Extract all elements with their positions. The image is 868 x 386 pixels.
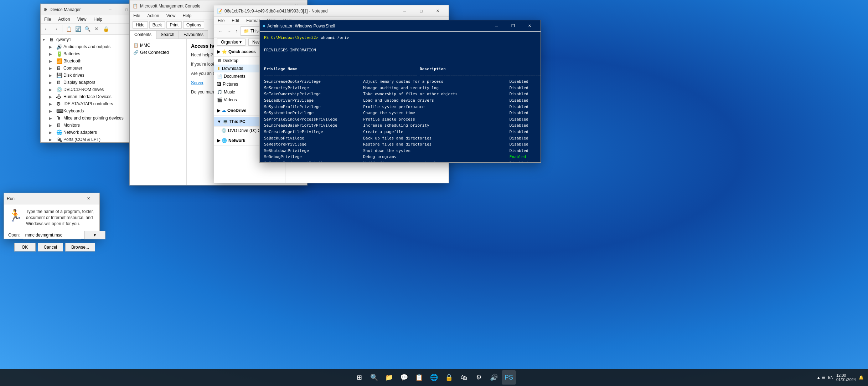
expand-bluetooth: ▶: [49, 59, 55, 63]
mmc-tab-search[interactable]: Search: [156, 30, 179, 39]
desktop-icon: 🖥: [217, 58, 221, 63]
taskbar-edge[interactable]: 🌐: [427, 370, 441, 385]
dvd-icon: 💿: [56, 87, 62, 92]
taskbar-teams[interactable]: 💬: [397, 370, 411, 385]
menu-view[interactable]: View: [74, 15, 90, 23]
notepad-titlebar[interactable]: 📝 06e1cb7b-19c9-4c49-9db8-a041fdf993c3[1…: [214, 5, 449, 17]
taskbar-audio[interactable]: 🔊: [487, 370, 501, 385]
taskbar-notification[interactable]: 🔔: [859, 375, 864, 380]
notepad-file[interactable]: File: [214, 17, 228, 25]
ps-sep-line: ----------------------: [264, 54, 536, 60]
run-controls: ✕: [80, 193, 97, 204]
taskbar-security[interactable]: 🔒: [442, 370, 456, 385]
ps-priv-row: SeRestorePrivilege Restore files and dir…: [264, 141, 536, 148]
mmc-action[interactable]: Action: [144, 12, 162, 20]
server-link[interactable]: Server: [191, 80, 203, 85]
expand-network: ▶: [49, 131, 55, 134]
documents-label: Documents: [224, 74, 246, 79]
back-button[interactable]: ←: [42, 25, 51, 33]
run-cancel-button[interactable]: Cancel: [38, 243, 63, 252]
notepad-maximize[interactable]: □: [413, 5, 429, 17]
menu-file[interactable]: File: [41, 15, 55, 23]
nav-up[interactable]: ↑: [234, 28, 239, 34]
mmc-options-btn[interactable]: Options: [183, 21, 204, 29]
taskbar-mail[interactable]: 📋: [412, 370, 426, 385]
properties-button[interactable]: 📋: [64, 25, 73, 33]
pictures-icon: 🖼: [217, 82, 221, 87]
mmc-hide-btn[interactable]: Hide: [133, 21, 148, 29]
run-titlebar[interactable]: Run ✕: [4, 193, 99, 204]
taskbar-store[interactable]: 🛍: [457, 370, 471, 385]
notepad-edit[interactable]: Edit: [228, 17, 243, 25]
ps-priv-row: SeLoadDriverPrivilege Load and unload de…: [264, 97, 536, 104]
taskbar-start[interactable]: ⊞: [352, 370, 366, 385]
onedrive-expand: ▶: [217, 108, 220, 113]
ps-icon: ■: [263, 24, 265, 29]
mmc-back-btn[interactable]: Back: [149, 21, 165, 29]
taskbar-files[interactable]: 📁: [382, 370, 396, 385]
run-description: Type the name of a program, folder, docu…: [26, 209, 95, 227]
taskbar-powershell[interactable]: PS: [502, 370, 516, 385]
run-input[interactable]: [23, 231, 81, 239]
taskbar-settings[interactable]: ⚙: [472, 370, 486, 385]
minimize-button[interactable]: ─: [102, 4, 118, 15]
notepad-minimize[interactable]: ─: [397, 5, 413, 17]
nav-forward[interactable]: →: [226, 28, 233, 34]
onedrive-icon: ☁: [222, 108, 226, 113]
root-label: qwerty1: [56, 37, 71, 42]
network-icon: 🌐: [56, 129, 62, 135]
mmc-print-btn[interactable]: Print: [166, 21, 182, 29]
this-pc-expand: ▼: [217, 119, 221, 124]
ps-col-sep: ========================================…: [264, 72, 536, 79]
ps-titlebar[interactable]: ■ Administrator: Windows PowerShell ─ ❐ …: [260, 20, 541, 32]
run-ok-button[interactable]: OK: [14, 243, 36, 252]
col-name: Privilege Name Description State: [264, 67, 541, 71]
mmc-item-connected[interactable]: 🔗 Get Connected: [131, 49, 185, 56]
ps-minimize[interactable]: ─: [489, 20, 505, 32]
ps-priv-header: PRIVILEGES INFORMATION: [264, 48, 316, 52]
computer-tree-icon: 🖥: [56, 65, 62, 71]
mmc-help[interactable]: Help: [179, 12, 195, 20]
mice-label: Mice and other pointing devices: [63, 116, 124, 121]
nav-back[interactable]: ←: [217, 28, 224, 34]
mmc-tab-favourites[interactable]: Favourites: [179, 30, 208, 39]
ps-close[interactable]: ✕: [521, 20, 538, 32]
quick-access-expand: ▶: [217, 49, 220, 54]
remove-button[interactable]: ✕: [92, 25, 101, 33]
run-dialog: Run ✕ 🏃 Type the name of a program, fold…: [4, 193, 100, 239]
diskdrives-icon: 💾: [56, 72, 62, 78]
videos-label: Videos: [224, 97, 237, 102]
update-button[interactable]: 🔄: [74, 25, 82, 33]
taskbar-search[interactable]: 🔍: [367, 370, 381, 385]
display-icon: 🖥: [56, 80, 62, 85]
run-input-row: Open: ▾: [8, 231, 95, 239]
mmc-left-panel: 📋 MMC 🔗 Get Connected: [130, 39, 187, 185]
scan-button[interactable]: 🔍: [83, 25, 92, 33]
keyboards-icon: ⌨: [56, 108, 62, 114]
mmc-view[interactable]: View: [163, 12, 179, 20]
ps-restore[interactable]: ❐: [505, 20, 521, 32]
mmc-item-mmc[interactable]: 📋 MMC: [131, 42, 185, 49]
mmc-file[interactable]: File: [130, 12, 144, 20]
ps-priv-row: SeSecurityPrivilege Manage auditing and …: [264, 85, 536, 91]
run-close[interactable]: ✕: [80, 193, 97, 204]
expand-mice: ▶: [49, 116, 55, 120]
ps-prompt: PS C:\Windows\System32>: [264, 35, 318, 40]
device-manager-title-area: ⚙ Device Manager: [43, 7, 81, 12]
forward-button[interactable]: →: [51, 25, 60, 33]
ports-icon: 🔌: [56, 137, 62, 142]
mmc-tab-contents[interactable]: Contents: [130, 30, 156, 39]
disable-button[interactable]: 🔒: [102, 25, 110, 33]
notepad-close[interactable]: ✕: [429, 5, 446, 17]
run-browse-button[interactable]: Browse...: [65, 243, 95, 252]
run-icon: 🏃: [8, 209, 22, 222]
ps-controls: ─ ❐ ✕: [489, 20, 538, 32]
ps-rows: SeIncreaseQuotaPrivilege Adjust memory q…: [264, 78, 536, 162]
menu-action[interactable]: Action: [55, 15, 73, 23]
organise-button[interactable]: Organise ▾: [217, 39, 246, 46]
monitors-icon: 🖥: [56, 122, 62, 128]
run-dropdown-btn[interactable]: ▾: [84, 231, 105, 239]
run-buttons: OK Cancel Browse...: [8, 243, 95, 252]
taskbar-center: ⊞ 🔍 📁 💬 📋 🌐 🔒 🛍 ⚙ 🔊 PS: [352, 370, 516, 385]
menu-help[interactable]: Help: [90, 15, 106, 23]
